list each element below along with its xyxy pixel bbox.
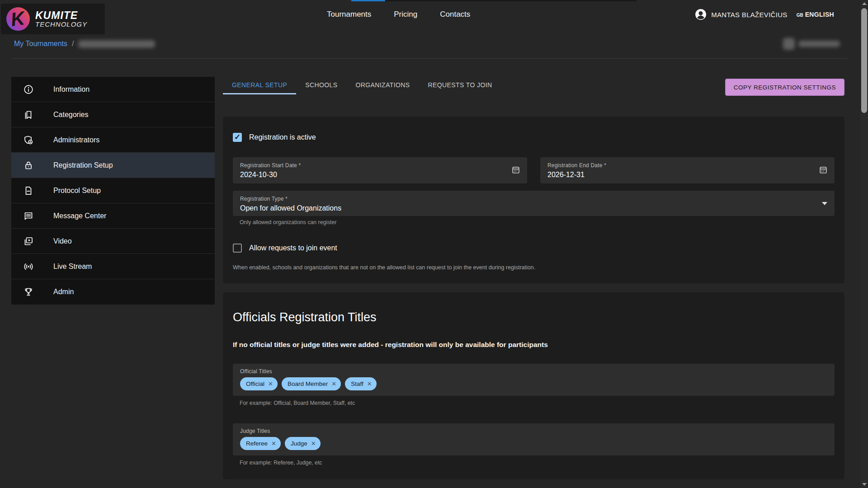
sidebar-item-administrators[interactable]: Administrators bbox=[11, 127, 215, 153]
registration-end-date-field[interactable]: Registration End Date * 2026-12-31 bbox=[540, 157, 835, 183]
registration-type-value: Open for allowed Organizations bbox=[240, 204, 827, 212]
chip-label: Staff bbox=[351, 380, 363, 387]
sidebar-label: Protocol Setup bbox=[53, 187, 101, 195]
chip-label: Judge bbox=[291, 440, 307, 447]
page-scrollbar[interactable] bbox=[860, 0, 868, 488]
registration-active-label: Registration is active bbox=[249, 133, 316, 141]
breadcrumb-row: My Tournaments / bbox=[0, 29, 860, 64]
official-titles-helper: For example: Official, Board Member, Sta… bbox=[240, 400, 835, 406]
official-titles-input[interactable]: Official Titles Official✕Board Member✕St… bbox=[233, 364, 835, 396]
chip-referee[interactable]: Referee✕ bbox=[240, 437, 281, 450]
judge-titles-label: Judge Titles bbox=[240, 428, 827, 434]
sidebar-label: Live Stream bbox=[53, 263, 92, 271]
user-name[interactable]: MANTAS BLAŽEVIČIUS bbox=[711, 11, 788, 19]
scrollbar-up-button[interactable] bbox=[860, 0, 868, 7]
chip-board-member[interactable]: Board Member✕ bbox=[282, 377, 341, 390]
chip-label: Board Member bbox=[288, 380, 328, 387]
trophy-icon bbox=[23, 286, 34, 297]
chip-remove-icon[interactable]: ✕ bbox=[331, 381, 336, 387]
scrollbar-thumb[interactable] bbox=[861, 8, 867, 113]
chevron-down-icon bbox=[822, 202, 827, 205]
chip-judge[interactable]: Judge✕ bbox=[285, 437, 321, 450]
chip-official[interactable]: Official✕ bbox=[240, 377, 278, 390]
registration-type-label: Registration Type * bbox=[240, 196, 827, 202]
calendar-badge-icon bbox=[783, 38, 795, 50]
calendar-icon[interactable] bbox=[511, 165, 521, 175]
registration-type-helper: Only allowed organizations can register bbox=[240, 219, 835, 225]
end-date-value: 2026-12-31 bbox=[547, 171, 827, 179]
brand-logo[interactable]: K KUMITE TECHNOLOGY bbox=[1, 4, 105, 34]
language-selector[interactable]: GB ENGLISH bbox=[797, 11, 834, 18]
sidebar-item-categories[interactable]: Categories bbox=[11, 102, 215, 127]
bookmark-icon bbox=[23, 109, 34, 120]
language-label: ENGLISH bbox=[805, 11, 834, 18]
allow-requests-checkbox[interactable] bbox=[233, 244, 242, 253]
nav-tournaments[interactable]: Tournaments bbox=[327, 10, 371, 19]
judge-titles-input[interactable]: Judge Titles Referee✕Judge✕ bbox=[233, 423, 835, 455]
copy-registration-settings-button[interactable]: COPY REGISTRATION SETTINGS bbox=[725, 79, 844, 96]
info-icon bbox=[23, 84, 34, 95]
dates-row: Registration Start Date * 2024-10-30 Reg… bbox=[233, 157, 835, 183]
breadcrumb-separator: / bbox=[72, 40, 74, 48]
chip-staff[interactable]: Staff✕ bbox=[345, 377, 376, 390]
user-avatar-icon[interactable] bbox=[695, 9, 707, 20]
app-header: K KUMITE TECHNOLOGY Tournaments Pricing … bbox=[0, 0, 860, 29]
document-icon bbox=[23, 185, 34, 196]
nav-contacts[interactable]: Contacts bbox=[440, 10, 470, 19]
registration-start-date-field[interactable]: Registration Start Date * 2024-10-30 bbox=[233, 157, 527, 183]
sidebar-label: Categories bbox=[53, 111, 88, 119]
sidebar-label: Administrators bbox=[53, 136, 99, 144]
sidebar-label: Message Center bbox=[53, 212, 106, 220]
chip-remove-icon[interactable]: ✕ bbox=[271, 441, 276, 446]
sidebar-label: Information bbox=[53, 85, 90, 94]
breadcrumb-my-tournaments-link[interactable]: My Tournaments bbox=[14, 40, 67, 48]
tab-general-setup[interactable]: GENERAL SETUP bbox=[223, 77, 296, 94]
start-date-value: 2024-10-30 bbox=[240, 171, 520, 179]
event-date-badge-redacted bbox=[783, 37, 840, 51]
brand-text: KUMITE TECHNOLOGY bbox=[35, 10, 87, 28]
allow-requests-helper: When enabled, schools and organizations … bbox=[233, 264, 835, 271]
breadcrumb-current-redacted bbox=[78, 40, 155, 48]
registration-active-checkbox-row[interactable]: Registration is active bbox=[233, 133, 835, 142]
logo-circle-icon: K bbox=[6, 7, 30, 31]
sidebar-item-video[interactable]: Video bbox=[11, 229, 215, 254]
nav-pricing[interactable]: Pricing bbox=[394, 10, 417, 19]
allow-requests-label: Allow requests to join event bbox=[249, 244, 337, 252]
top-navigation: Tournaments Pricing Contacts bbox=[327, 0, 470, 29]
start-date-label: Registration Start Date * bbox=[240, 162, 520, 169]
scrollbar-down-button[interactable] bbox=[860, 481, 868, 488]
sidebar-item-registration-setup[interactable]: Registration Setup bbox=[11, 153, 215, 178]
chip-remove-icon[interactable]: ✕ bbox=[268, 381, 273, 387]
allow-requests-checkbox-row[interactable]: Allow requests to join event bbox=[233, 244, 835, 253]
chip-label: Referee bbox=[246, 440, 268, 447]
tab-organizations[interactable]: ORGANIZATIONS bbox=[346, 77, 419, 94]
broadcast-icon bbox=[23, 261, 34, 272]
tab-schools[interactable]: SCHOOLS bbox=[296, 77, 346, 94]
registration-active-checkbox[interactable] bbox=[233, 133, 242, 142]
badge-date-redacted bbox=[798, 41, 840, 47]
calendar-icon[interactable] bbox=[818, 165, 828, 175]
end-date-label: Registration End Date * bbox=[547, 162, 827, 169]
sidebar-item-information[interactable]: Information bbox=[11, 77, 215, 102]
sidebar-item-live-stream[interactable]: Live Stream bbox=[11, 254, 215, 279]
official-titles-label: Official Titles bbox=[240, 368, 827, 375]
sidebar-label: Registration Setup bbox=[53, 161, 113, 169]
chat-icon bbox=[23, 211, 34, 221]
registration-type-select[interactable]: Registration Type * Open for allowed Org… bbox=[233, 191, 835, 216]
tab-requests-to-join[interactable]: REQUESTS TO JOIN bbox=[419, 77, 501, 94]
tournament-sidebar: Information Categories Administrators Re… bbox=[11, 77, 215, 305]
chip-remove-icon[interactable]: ✕ bbox=[367, 381, 372, 387]
officials-section-subtitle: If no official titles or judge titles we… bbox=[233, 341, 835, 349]
language-code: GB bbox=[797, 13, 803, 18]
brand-title: KUMITE bbox=[35, 10, 87, 21]
sidebar-item-protocol-setup[interactable]: Protocol Setup bbox=[11, 178, 215, 203]
sidebar-item-message-center[interactable]: Message Center bbox=[11, 203, 215, 229]
chip-label: Official bbox=[246, 380, 264, 387]
sidebar-label: Video bbox=[53, 237, 72, 245]
officials-titles-card: Officials Registration Titles If no offi… bbox=[223, 292, 844, 479]
registration-tabs: GENERAL SETUP SCHOOLS ORGANIZATIONS REQU… bbox=[223, 77, 844, 96]
officials-section-title: Officials Registration Titles bbox=[233, 310, 835, 324]
judge-titles-helper: For example: Referee, Judge, etc bbox=[240, 460, 835, 466]
sidebar-item-admin[interactable]: Admin bbox=[11, 279, 215, 305]
chip-remove-icon[interactable]: ✕ bbox=[311, 441, 316, 446]
